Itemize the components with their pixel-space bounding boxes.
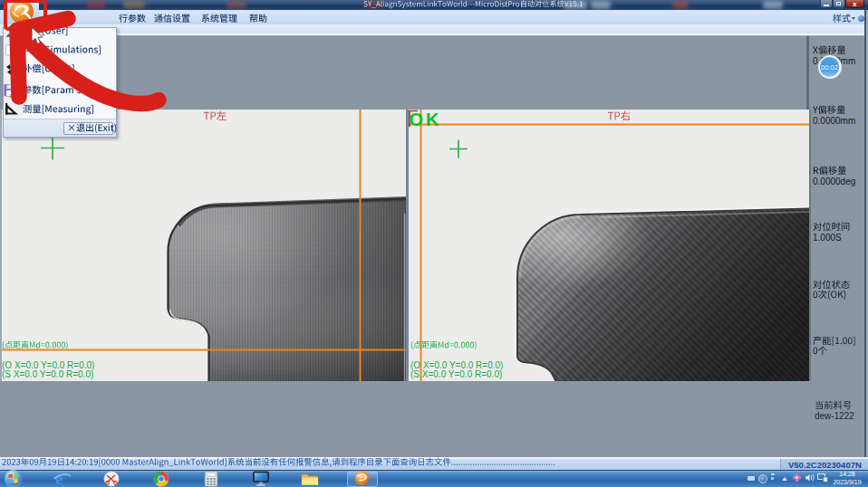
svg-text:e: e [55, 470, 63, 487]
